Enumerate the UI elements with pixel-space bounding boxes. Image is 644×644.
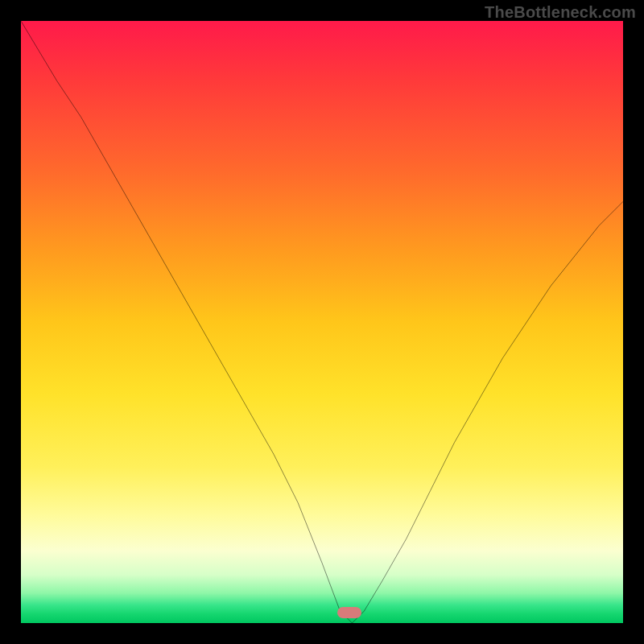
watermark-text: TheBottleneck.com xyxy=(485,3,636,22)
bottleneck-curve xyxy=(21,21,623,623)
chart-frame: TheBottleneck.com xyxy=(0,0,644,644)
bottleneck-marker xyxy=(337,607,361,618)
plot-area xyxy=(21,21,623,623)
